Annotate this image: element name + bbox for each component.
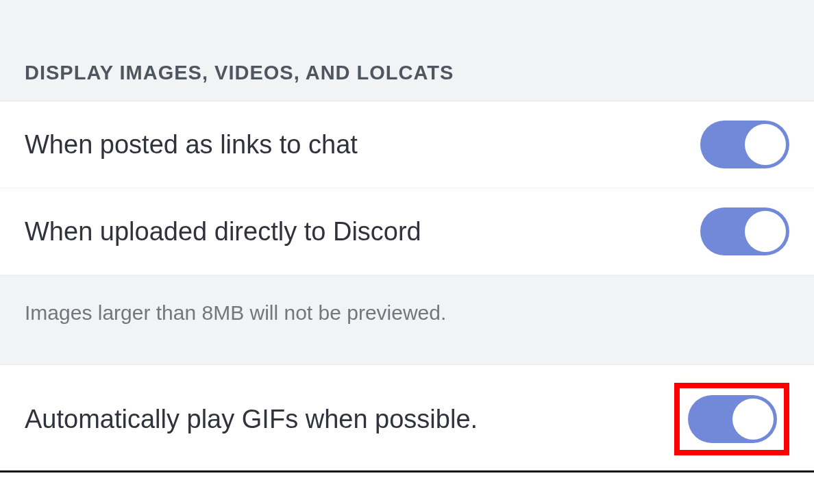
settings-section-header: DISPLAY IMAGES, VIDEOS, AND LOLCATS — [0, 0, 814, 101]
setting-row-links: When posted as links to chat — [0, 101, 814, 188]
setting-label-autoplay-gifs: Automatically play GIFs when possible. — [25, 405, 674, 434]
toggle-knob-icon — [745, 211, 786, 252]
toggle-autoplay-gifs[interactable] — [688, 395, 777, 443]
highlight-annotation — [674, 383, 789, 455]
setting-label-links: When posted as links to chat — [25, 130, 358, 160]
toggle-uploaded-directly[interactable] — [700, 207, 789, 255]
setting-row-uploaded: When uploaded directly to Discord — [0, 188, 814, 275]
settings-note: Images larger than 8MB will not be previ… — [0, 275, 814, 365]
toggle-knob-icon — [745, 124, 786, 165]
toggle-knob-icon — [732, 399, 774, 440]
setting-label-uploaded: When uploaded directly to Discord — [25, 217, 421, 247]
setting-row-autoplay-gifs: Automatically play GIFs when possible. — [0, 365, 814, 473]
toggle-posted-as-links[interactable] — [700, 121, 789, 168]
